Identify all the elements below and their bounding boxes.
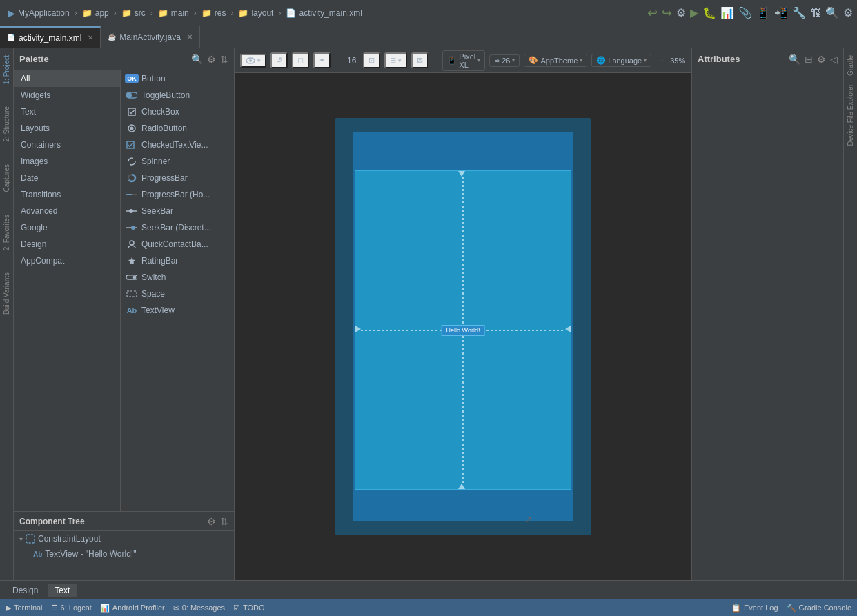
widget-checkedtextview[interactable]: CheckedTextVie... <box>121 137 234 153</box>
palette-cat-advanced[interactable]: Advanced <box>14 203 120 219</box>
tab-activity-main-xml[interactable]: 📄 activity_main.xml ✕ <box>0 26 101 48</box>
palette-cat-google[interactable]: Google <box>14 219 120 236</box>
widget-space-label: Space <box>141 289 165 299</box>
phone-screen[interactable]: Hello World! <box>353 132 573 521</box>
widget-togglebutton[interactable]: ToggleButton <box>121 87 234 103</box>
palette-cat-containers[interactable]: Containers <box>14 137 120 153</box>
tree-settings-icon[interactable]: ⚙ <box>207 516 216 527</box>
device-manager[interactable]: 📱 <box>756 6 770 19</box>
palette-cat-date[interactable]: Date <box>14 170 120 186</box>
widget-spinner[interactable]: Spinner <box>121 153 234 170</box>
status-messages[interactable]: ✉ 0: Messages <box>173 604 225 613</box>
project-structure[interactable]: 🏗 <box>810 7 821 19</box>
api-dropdown[interactable]: ≋ 26 ▾ <box>489 54 520 67</box>
palette-cat-images[interactable]: Images <box>14 153 120 170</box>
tab-main-activity-java[interactable]: ☕ MainActivity.java ✕ <box>101 26 199 48</box>
widget-spinner-label: Spinner <box>141 157 170 166</box>
status-todo[interactable]: ☑ TODO <box>233 604 265 613</box>
palette-cat-widgets[interactable]: Widgets <box>14 87 120 103</box>
breadcrumb-app[interactable]: 📁 app <box>79 7 112 19</box>
status-terminal[interactable]: ▶ Terminal <box>6 604 43 613</box>
profile-button[interactable]: 📊 <box>720 6 734 19</box>
status-logcat[interactable]: ☰ 6: Logcat <box>51 604 92 613</box>
theme-dropdown[interactable]: 🎨 AppTheme ▾ <box>524 54 587 67</box>
textview-hello-world[interactable]: Hello World! <box>442 325 485 336</box>
language-dropdown[interactable]: 🌐 Language ▾ <box>591 54 651 67</box>
sidebar-item-project[interactable]: 1: Project <box>1 51 12 88</box>
attr-collapse-icon[interactable]: ◁ <box>830 54 838 65</box>
status-event-log[interactable]: 📋 Event Log <box>731 604 778 613</box>
widget-quickcontactbadge[interactable]: QuickContactBa... <box>121 236 234 252</box>
widget-seekbar[interactable]: SeekBar <box>121 203 234 219</box>
sidebar-item-captures[interactable]: Captures <box>1 160 12 197</box>
attach-button[interactable]: 📎 <box>738 6 752 19</box>
attr-settings-icon[interactable]: ⚙ <box>817 54 826 65</box>
attr-search-icon[interactable]: 🔍 <box>789 54 800 65</box>
sidebar-item-structure[interactable]: 2: Structure <box>1 102 12 146</box>
palette-cat-design[interactable]: Design <box>14 236 120 252</box>
widget-switch[interactable]: Switch <box>121 269 234 286</box>
phone-inner-screen[interactable]: Hello World! <box>355 170 571 490</box>
forward-button[interactable]: ↪ <box>662 6 672 21</box>
settings-button[interactable]: ⚙ <box>843 6 853 19</box>
tab-activity-main-close[interactable]: ✕ <box>88 34 93 41</box>
tab-main-activity-close[interactable]: ✕ <box>187 33 193 41</box>
resize-handle[interactable]: ↗ <box>524 514 533 525</box>
attr-filter-icon[interactable]: ⊟ <box>805 54 813 65</box>
status-profiler[interactable]: 📊 Android Profiler <box>100 604 165 613</box>
tree-sort-icon[interactable]: ⇅ <box>220 516 228 527</box>
baseline-button[interactable]: ⊠ <box>411 52 428 68</box>
widget-seekbar-d[interactable]: SeekBar (Discret... <box>121 219 234 236</box>
eye-button[interactable]: ▾ <box>240 54 266 68</box>
align-button[interactable]: ⊟ ▾ <box>384 52 407 68</box>
build-button[interactable]: ⚙ <box>676 6 686 19</box>
canvas-area[interactable]: Hello World! ↗ <box>235 73 691 580</box>
back-button[interactable]: ↩ <box>647 6 658 21</box>
palette-settings-icon[interactable]: ⚙ <box>207 54 216 65</box>
widget-checkbox[interactable]: CheckBox <box>121 103 234 120</box>
widget-textview[interactable]: Ab TextView <box>121 302 234 319</box>
breadcrumb-layout[interactable]: 📁 layout <box>235 7 277 19</box>
sdk-manager[interactable]: 🔧 <box>792 6 806 19</box>
zoom-controls: − 35% + ⊡ 📷 ✋ ℹ <box>656 54 691 67</box>
widget-radiobutton[interactable]: RadioButton <box>121 120 234 137</box>
status-gradle-console[interactable]: 🔨 Gradle Console <box>787 604 851 613</box>
refresh-button[interactable]: ↺ <box>270 52 288 68</box>
bottom-tab-text[interactable]: Text <box>48 584 77 597</box>
zoom-out-button[interactable]: − <box>656 54 668 67</box>
widget-progressbar[interactable]: ProgressBar <box>121 170 234 186</box>
palette-cat-text[interactable]: Text <box>14 103 120 120</box>
breadcrumb-file[interactable]: 📄 activity_main.xml <box>282 7 365 19</box>
svg-rect-10 <box>126 194 132 195</box>
breadcrumb-res[interactable]: 📁 res <box>198 7 230 19</box>
sidebar-item-device-file[interactable]: Device File Explorer <box>845 80 856 150</box>
widget-progressbar-h[interactable]: ProgressBar (Ho... <box>121 186 234 203</box>
palette-cat-appcompat[interactable]: AppCompat <box>14 252 120 269</box>
app-icon[interactable]: ▶ MyApplication <box>4 6 73 20</box>
device-dropdown[interactable]: 📱 Pixel XL ▾ <box>442 50 485 71</box>
bottom-tab-design[interactable]: Design <box>6 584 45 597</box>
debug-button[interactable]: 🐛 <box>702 6 716 19</box>
search-everywhere[interactable]: 🔍 <box>825 6 839 19</box>
palette-search-icon[interactable]: 🔍 <box>191 54 203 65</box>
resize-button[interactable]: ⊡ <box>363 52 380 68</box>
palette-cat-layouts[interactable]: Layouts <box>14 120 120 137</box>
breadcrumb-main[interactable]: 📁 main <box>155 7 193 19</box>
run-button[interactable]: ▶ <box>690 6 698 19</box>
palette-cat-transitions[interactable]: Transitions <box>14 186 120 203</box>
widget-button[interactable]: OK Button <box>121 70 234 87</box>
widget-space[interactable]: Space <box>121 286 234 302</box>
tree-item-textview[interactable]: Ab TextView - "Hello World!" <box>14 546 234 562</box>
blueprint-button[interactable]: ◻ <box>292 52 309 68</box>
sidebar-item-build-variants[interactable]: Build Variants <box>1 268 12 319</box>
palette-cat-all[interactable]: All <box>14 70 120 87</box>
sidebar-item-gradle[interactable]: Gradle <box>845 51 856 80</box>
tree-expand-icon[interactable]: ▾ <box>19 535 23 543</box>
tree-item-constraint-layout[interactable]: ▾ ConstraintLayout <box>14 531 234 546</box>
widget-ratingbar[interactable]: RatingBar <box>121 252 234 269</box>
sidebar-item-favorites[interactable]: 2: Favorites <box>1 210 12 255</box>
palette-sort-icon[interactable]: ⇅ <box>220 54 228 65</box>
breadcrumb-src[interactable]: 📁 src <box>118 7 149 19</box>
avd-manager[interactable]: 📲 <box>774 6 788 19</box>
wand-button[interactable]: ✦ <box>313 52 331 68</box>
